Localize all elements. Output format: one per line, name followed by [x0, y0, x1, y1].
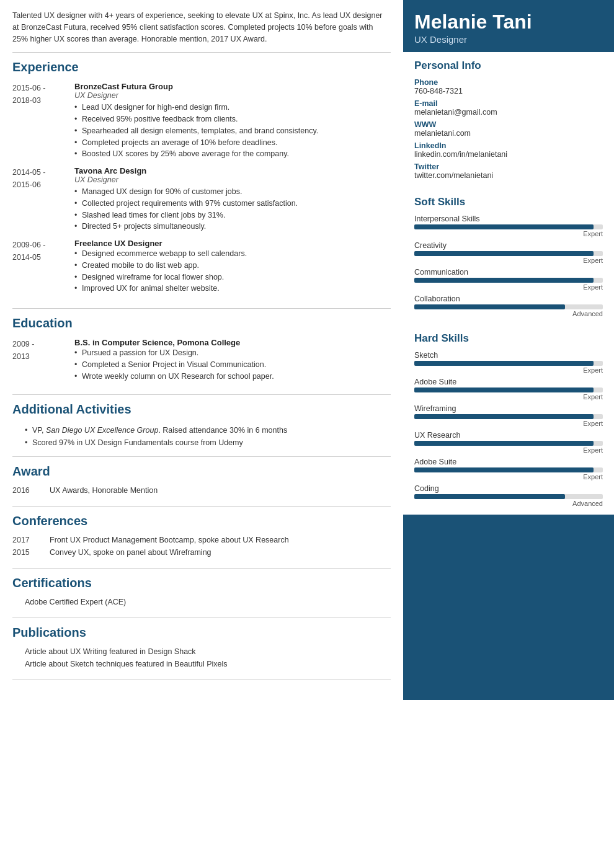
skill-level-label: Expert — [414, 446, 603, 454]
skill-item: Sketch Expert — [414, 351, 603, 374]
exp-bullet: Improved UX for animal shelter website. — [74, 283, 391, 294]
exp-bullets: Lead UX designer for high-end design fir… — [74, 102, 391, 160]
conf-entries: 2017 Front UX Product Management Bootcam… — [12, 536, 391, 557]
exp-bullet: Lead UX designer for high-end design fir… — [74, 102, 391, 113]
skill-bar-bg — [414, 441, 603, 446]
conf-year: 2015 — [12, 548, 50, 557]
skill-name: Adobe Suite — [414, 378, 603, 386]
skill-level-label: Advanced — [414, 310, 603, 317]
info-label: WWW — [414, 120, 603, 129]
skill-level-label: Expert — [414, 230, 603, 237]
exp-content: Freelance UX Designer Designed ecommerce… — [74, 239, 391, 294]
exp-bullet: Completed projects an average of 10% bef… — [74, 137, 391, 149]
skill-bar-bg — [414, 251, 603, 256]
education-section: Education 2009 -2013 B.S. in Computer Sc… — [12, 316, 391, 395]
personal-info-field: E-mail melanietani@gmail.com — [414, 99, 603, 117]
skill-item: Collaboration Advanced — [414, 294, 603, 317]
award-title: Award — [12, 464, 391, 480]
exp-bullet: Directed 5+ projects simultaneously. — [74, 221, 391, 232]
pub-text: Article about UX Writing featured in Des… — [12, 647, 391, 656]
experience-section: Experience 2015-06 -2018-03 BronzeCast F… — [12, 60, 391, 309]
skill-bar-fill — [414, 441, 594, 446]
education-entries: 2009 -2013 B.S. in Computer Science, Pom… — [12, 338, 391, 382]
experience-title: Experience — [12, 60, 391, 76]
exp-bullet: Created mobile to do list web app. — [74, 260, 391, 272]
award-text: UX Awards, Honorable Mention — [50, 486, 391, 495]
info-label: LinkedIn — [414, 141, 603, 150]
skill-bar-fill — [414, 388, 594, 392]
soft-skills-section: Soft Skills Interpersonal Skills Expert … — [403, 188, 614, 325]
cert-text: Adobe Certified Expert (ACE) — [12, 598, 391, 606]
conferences-section: Conferences 2017 Front UX Product Manage… — [12, 514, 391, 569]
skill-level-label: Expert — [414, 257, 603, 264]
skill-item: Adobe Suite Expert — [414, 378, 603, 401]
skill-item: Wireframing Expert — [414, 404, 603, 427]
personal-info-title: Personal Info — [414, 60, 603, 73]
experience-entries: 2015-06 -2018-03 BronzeCast Futura Group… — [12, 82, 391, 294]
activity-bullet: VP, San Diego UX Excellence Group. Raise… — [25, 424, 391, 436]
skill-level-label: Expert — [414, 420, 603, 427]
skill-item: Interpersonal Skills Expert — [414, 215, 603, 237]
exp-bullet: Managed UX design for 90% of customer jo… — [74, 186, 391, 198]
skill-item: UX Research Expert — [414, 431, 603, 454]
cert-entries: Adobe Certified Expert (ACE) — [12, 598, 391, 606]
exp-bullet: Designed wireframe for local flower shop… — [74, 272, 391, 283]
skill-bar-fill — [414, 251, 594, 256]
activity-bullet: Scored 97% in UX Design Fundamentals cou… — [25, 436, 391, 449]
exp-bullet: Boosted UX scores by 25% above average f… — [74, 148, 391, 160]
info-value: melanietani.com — [414, 129, 603, 138]
experience-entry: 2014-05 -2015-06 Tavona Arc Design UX De… — [12, 166, 391, 232]
skill-name: Coding — [414, 484, 603, 493]
exp-bullets: Managed UX design for 90% of customer jo… — [74, 186, 391, 232]
skill-bar-bg — [414, 304, 603, 309]
skill-level-label: Expert — [414, 473, 603, 480]
edu-bullet: Completed a Senior Project in Visual Com… — [74, 359, 391, 371]
activities-list: VP, San Diego UX Excellence Group. Raise… — [12, 424, 391, 449]
skill-level-label: Expert — [414, 393, 603, 401]
activities-section: Additional Activities VP, San Diego UX E… — [12, 402, 391, 457]
summary-section: Talented UX designer with 4+ years of ex… — [12, 10, 391, 53]
exp-content: Tavona Arc Design UX Designer Managed UX… — [74, 166, 391, 232]
personal-info-field: WWW melanietani.com — [414, 120, 603, 138]
award-entries: 2016 UX Awards, Honorable Mention — [12, 486, 391, 495]
skill-name: Interpersonal Skills — [414, 215, 603, 223]
cert-entry: Adobe Certified Expert (ACE) — [12, 598, 391, 606]
skill-bar-fill — [414, 361, 594, 366]
exp-company: Tavona Arc Design — [74, 166, 391, 175]
edu-content: B.S. in Computer Science, Pomona College… — [74, 338, 391, 382]
skill-bar-fill — [414, 304, 565, 309]
pub-entry: Article about Sketch techniques featured… — [12, 660, 391, 668]
conf-year: 2017 — [12, 536, 50, 544]
candidate-job-title: UX Designer — [414, 34, 603, 45]
education-title: Education — [12, 316, 391, 332]
experience-entry: 2015-06 -2018-03 BronzeCast Futura Group… — [12, 82, 391, 160]
skill-item: Communication Expert — [414, 268, 603, 291]
soft-skills-title: Soft Skills — [414, 196, 603, 210]
conf-text: Convey UX, spoke on panel about Wirefram… — [50, 548, 391, 557]
summary-text: Talented UX designer with 4+ years of ex… — [12, 11, 383, 43]
pub-text: Article about Sketch techniques featured… — [12, 660, 391, 668]
skill-bar-fill — [414, 278, 594, 283]
exp-content: BronzeCast Futura Group UX Designer Lead… — [74, 82, 391, 160]
edu-degree: B.S. in Computer Science, Pomona College — [74, 338, 391, 347]
skill-name: Wireframing — [414, 404, 603, 413]
award-year: 2016 — [12, 486, 50, 495]
hard-skills-title: Hard Skills — [414, 332, 603, 346]
skill-level-label: Expert — [414, 366, 603, 374]
conference-entry: 2017 Front UX Product Management Bootcam… — [12, 536, 391, 544]
edu-bullet: Pursued a passion for UX Design. — [74, 347, 391, 359]
skill-bar-fill — [414, 467, 594, 472]
edu-dates: 2009 -2013 — [12, 338, 74, 382]
education-entry: 2009 -2013 B.S. in Computer Science, Pom… — [12, 338, 391, 382]
skill-name: Communication — [414, 268, 603, 277]
exp-dates: 2009-06 -2014-05 — [12, 239, 74, 294]
publications-section: Publications Article about UX Writing fe… — [12, 626, 391, 680]
exp-company: BronzeCast Futura Group — [74, 82, 391, 91]
exp-bullet: Spearheaded all design elements, templat… — [74, 125, 391, 137]
personal-info-field: Phone 760-848-7321 — [414, 78, 603, 95]
skill-level-label: Expert — [414, 283, 603, 291]
info-value: melanietani@gmail.com — [414, 108, 603, 117]
skill-bar-fill — [414, 224, 594, 229]
soft-skills-bars: Interpersonal Skills Expert Creativity E… — [414, 215, 603, 317]
publications-title: Publications — [12, 626, 391, 641]
